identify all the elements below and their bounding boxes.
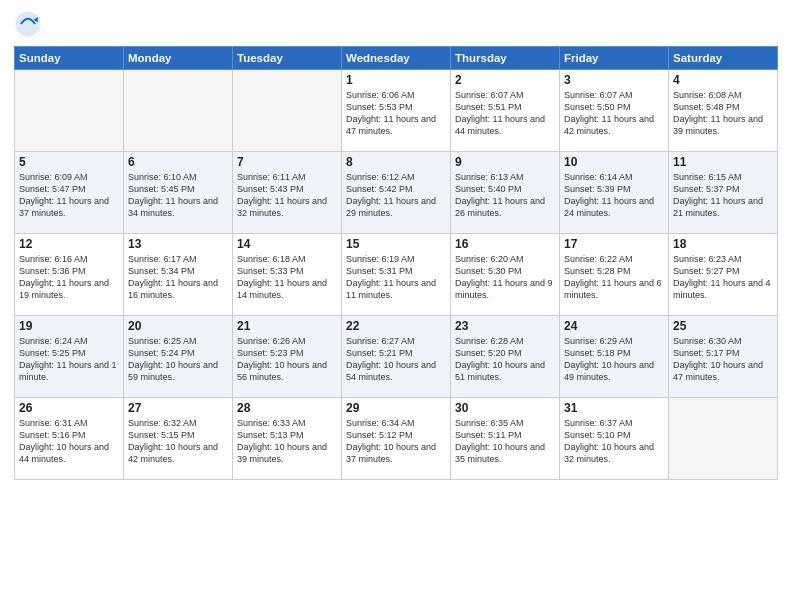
calendar-week-row: 26Sunrise: 6:31 AMSunset: 5:16 PMDayligh… bbox=[15, 398, 778, 480]
cell-content: Sunrise: 6:31 AMSunset: 5:16 PMDaylight:… bbox=[19, 417, 119, 466]
calendar-cell: 21Sunrise: 6:26 AMSunset: 5:23 PMDayligh… bbox=[233, 316, 342, 398]
cell-content: Sunrise: 6:06 AMSunset: 5:53 PMDaylight:… bbox=[346, 89, 446, 138]
logo bbox=[14, 10, 46, 38]
calendar-cell: 22Sunrise: 6:27 AMSunset: 5:21 PMDayligh… bbox=[342, 316, 451, 398]
calendar-cell: 19Sunrise: 6:24 AMSunset: 5:25 PMDayligh… bbox=[15, 316, 124, 398]
cell-content: Sunrise: 6:08 AMSunset: 5:48 PMDaylight:… bbox=[673, 89, 773, 138]
day-number: 9 bbox=[455, 155, 555, 169]
calendar-cell: 16Sunrise: 6:20 AMSunset: 5:30 PMDayligh… bbox=[451, 234, 560, 316]
calendar-header-row: SundayMondayTuesdayWednesdayThursdayFrid… bbox=[15, 47, 778, 70]
day-number: 30 bbox=[455, 401, 555, 415]
cell-content: Sunrise: 6:14 AMSunset: 5:39 PMDaylight:… bbox=[564, 171, 664, 220]
day-number: 7 bbox=[237, 155, 337, 169]
day-number: 27 bbox=[128, 401, 228, 415]
calendar-cell: 6Sunrise: 6:10 AMSunset: 5:45 PMDaylight… bbox=[124, 152, 233, 234]
day-number: 4 bbox=[673, 73, 773, 87]
calendar-cell bbox=[15, 70, 124, 152]
day-number: 19 bbox=[19, 319, 119, 333]
cell-content: Sunrise: 6:07 AMSunset: 5:50 PMDaylight:… bbox=[564, 89, 664, 138]
calendar-week-row: 12Sunrise: 6:16 AMSunset: 5:36 PMDayligh… bbox=[15, 234, 778, 316]
day-header-thursday: Thursday bbox=[451, 47, 560, 70]
day-number: 13 bbox=[128, 237, 228, 251]
calendar-cell bbox=[233, 70, 342, 152]
logo-icon bbox=[14, 10, 42, 38]
day-number: 31 bbox=[564, 401, 664, 415]
calendar-cell: 13Sunrise: 6:17 AMSunset: 5:34 PMDayligh… bbox=[124, 234, 233, 316]
cell-content: Sunrise: 6:16 AMSunset: 5:36 PMDaylight:… bbox=[19, 253, 119, 302]
calendar-cell: 30Sunrise: 6:35 AMSunset: 5:11 PMDayligh… bbox=[451, 398, 560, 480]
calendar-cell: 17Sunrise: 6:22 AMSunset: 5:28 PMDayligh… bbox=[560, 234, 669, 316]
cell-content: Sunrise: 6:28 AMSunset: 5:20 PMDaylight:… bbox=[455, 335, 555, 384]
day-header-wednesday: Wednesday bbox=[342, 47, 451, 70]
cell-content: Sunrise: 6:30 AMSunset: 5:17 PMDaylight:… bbox=[673, 335, 773, 384]
day-number: 21 bbox=[237, 319, 337, 333]
day-number: 22 bbox=[346, 319, 446, 333]
cell-content: Sunrise: 6:22 AMSunset: 5:28 PMDaylight:… bbox=[564, 253, 664, 302]
calendar-cell: 10Sunrise: 6:14 AMSunset: 5:39 PMDayligh… bbox=[560, 152, 669, 234]
calendar-cell: 24Sunrise: 6:29 AMSunset: 5:18 PMDayligh… bbox=[560, 316, 669, 398]
day-number: 26 bbox=[19, 401, 119, 415]
cell-content: Sunrise: 6:35 AMSunset: 5:11 PMDaylight:… bbox=[455, 417, 555, 466]
day-number: 2 bbox=[455, 73, 555, 87]
cell-content: Sunrise: 6:09 AMSunset: 5:47 PMDaylight:… bbox=[19, 171, 119, 220]
calendar-week-row: 5Sunrise: 6:09 AMSunset: 5:47 PMDaylight… bbox=[15, 152, 778, 234]
calendar-cell: 28Sunrise: 6:33 AMSunset: 5:13 PMDayligh… bbox=[233, 398, 342, 480]
cell-content: Sunrise: 6:26 AMSunset: 5:23 PMDaylight:… bbox=[237, 335, 337, 384]
cell-content: Sunrise: 6:24 AMSunset: 5:25 PMDaylight:… bbox=[19, 335, 119, 384]
day-header-monday: Monday bbox=[124, 47, 233, 70]
cell-content: Sunrise: 6:07 AMSunset: 5:51 PMDaylight:… bbox=[455, 89, 555, 138]
day-number: 1 bbox=[346, 73, 446, 87]
day-number: 20 bbox=[128, 319, 228, 333]
day-number: 11 bbox=[673, 155, 773, 169]
day-number: 12 bbox=[19, 237, 119, 251]
day-header-sunday: Sunday bbox=[15, 47, 124, 70]
calendar-cell: 3Sunrise: 6:07 AMSunset: 5:50 PMDaylight… bbox=[560, 70, 669, 152]
day-number: 23 bbox=[455, 319, 555, 333]
day-number: 10 bbox=[564, 155, 664, 169]
calendar-cell: 23Sunrise: 6:28 AMSunset: 5:20 PMDayligh… bbox=[451, 316, 560, 398]
day-number: 14 bbox=[237, 237, 337, 251]
day-header-tuesday: Tuesday bbox=[233, 47, 342, 70]
cell-content: Sunrise: 6:12 AMSunset: 5:42 PMDaylight:… bbox=[346, 171, 446, 220]
cell-content: Sunrise: 6:29 AMSunset: 5:18 PMDaylight:… bbox=[564, 335, 664, 384]
cell-content: Sunrise: 6:17 AMSunset: 5:34 PMDaylight:… bbox=[128, 253, 228, 302]
svg-point-0 bbox=[15, 11, 40, 36]
cell-content: Sunrise: 6:37 AMSunset: 5:10 PMDaylight:… bbox=[564, 417, 664, 466]
calendar-cell: 7Sunrise: 6:11 AMSunset: 5:43 PMDaylight… bbox=[233, 152, 342, 234]
page-container: SundayMondayTuesdayWednesdayThursdayFrid… bbox=[0, 0, 792, 488]
day-number: 17 bbox=[564, 237, 664, 251]
calendar-cell: 29Sunrise: 6:34 AMSunset: 5:12 PMDayligh… bbox=[342, 398, 451, 480]
day-number: 25 bbox=[673, 319, 773, 333]
calendar-week-row: 19Sunrise: 6:24 AMSunset: 5:25 PMDayligh… bbox=[15, 316, 778, 398]
cell-content: Sunrise: 6:34 AMSunset: 5:12 PMDaylight:… bbox=[346, 417, 446, 466]
cell-content: Sunrise: 6:18 AMSunset: 5:33 PMDaylight:… bbox=[237, 253, 337, 302]
calendar-cell: 12Sunrise: 6:16 AMSunset: 5:36 PMDayligh… bbox=[15, 234, 124, 316]
calendar-cell: 25Sunrise: 6:30 AMSunset: 5:17 PMDayligh… bbox=[669, 316, 778, 398]
cell-content: Sunrise: 6:13 AMSunset: 5:40 PMDaylight:… bbox=[455, 171, 555, 220]
calendar-cell: 27Sunrise: 6:32 AMSunset: 5:15 PMDayligh… bbox=[124, 398, 233, 480]
calendar-week-row: 1Sunrise: 6:06 AMSunset: 5:53 PMDaylight… bbox=[15, 70, 778, 152]
calendar-cell: 9Sunrise: 6:13 AMSunset: 5:40 PMDaylight… bbox=[451, 152, 560, 234]
day-number: 8 bbox=[346, 155, 446, 169]
day-number: 28 bbox=[237, 401, 337, 415]
cell-content: Sunrise: 6:23 AMSunset: 5:27 PMDaylight:… bbox=[673, 253, 773, 302]
calendar-table: SundayMondayTuesdayWednesdayThursdayFrid… bbox=[14, 46, 778, 480]
calendar-cell: 11Sunrise: 6:15 AMSunset: 5:37 PMDayligh… bbox=[669, 152, 778, 234]
calendar-cell: 31Sunrise: 6:37 AMSunset: 5:10 PMDayligh… bbox=[560, 398, 669, 480]
day-number: 3 bbox=[564, 73, 664, 87]
day-header-saturday: Saturday bbox=[669, 47, 778, 70]
calendar-cell: 26Sunrise: 6:31 AMSunset: 5:16 PMDayligh… bbox=[15, 398, 124, 480]
header bbox=[14, 10, 778, 38]
day-number: 16 bbox=[455, 237, 555, 251]
calendar-cell: 5Sunrise: 6:09 AMSunset: 5:47 PMDaylight… bbox=[15, 152, 124, 234]
calendar-cell: 4Sunrise: 6:08 AMSunset: 5:48 PMDaylight… bbox=[669, 70, 778, 152]
calendar-cell: 8Sunrise: 6:12 AMSunset: 5:42 PMDaylight… bbox=[342, 152, 451, 234]
calendar-cell: 18Sunrise: 6:23 AMSunset: 5:27 PMDayligh… bbox=[669, 234, 778, 316]
cell-content: Sunrise: 6:32 AMSunset: 5:15 PMDaylight:… bbox=[128, 417, 228, 466]
calendar-cell bbox=[124, 70, 233, 152]
calendar-cell: 2Sunrise: 6:07 AMSunset: 5:51 PMDaylight… bbox=[451, 70, 560, 152]
calendar-cell bbox=[669, 398, 778, 480]
calendar-cell: 15Sunrise: 6:19 AMSunset: 5:31 PMDayligh… bbox=[342, 234, 451, 316]
day-number: 29 bbox=[346, 401, 446, 415]
day-number: 24 bbox=[564, 319, 664, 333]
